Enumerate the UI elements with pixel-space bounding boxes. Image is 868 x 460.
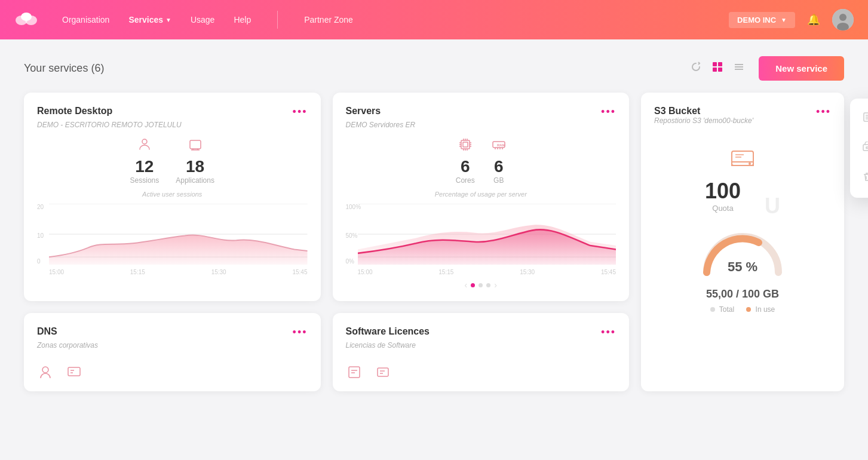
card-menu-button[interactable]: ••• xyxy=(293,326,308,339)
gauge: 55 % xyxy=(695,225,790,278)
x-labels: 15:00 15:15 15:30 15:45 xyxy=(49,269,308,275)
menu-item-delete[interactable]: Delete xyxy=(850,163,868,193)
sessions-count: 12 xyxy=(130,157,160,176)
bell-icon[interactable]: 🔔 xyxy=(807,13,820,26)
nav-usage[interactable]: Usage xyxy=(191,15,214,24)
y-label-mid: 50% xyxy=(346,232,358,239)
card-s3-area: S3 Bucket Repostiorio S3 'demo00-bucke' … xyxy=(641,93,844,391)
y-label-bot: 0 xyxy=(37,258,41,265)
chart-svg xyxy=(358,204,617,265)
svg-rect-8 xyxy=(713,68,717,72)
svg-text:RAM: RAM xyxy=(497,143,505,147)
total-legend-label: Total xyxy=(719,305,734,314)
x-label-4: 15:45 xyxy=(292,269,307,275)
usage-section: U xyxy=(765,194,780,219)
nav-right: DEMO INC ▼ 🔔 xyxy=(729,9,854,30)
quota-section: 100 Quota xyxy=(705,179,741,219)
svg-point-2 xyxy=(21,13,32,21)
card-title: Remote Desktop xyxy=(37,106,112,116)
list-view-button[interactable] xyxy=(731,59,747,78)
page-title: Your services (6) xyxy=(24,62,104,75)
chart-svg xyxy=(49,204,308,265)
card-remote-desktop: Remote Desktop ••• DEMO - ESCRITORIO REM… xyxy=(24,93,321,301)
sessions-icon xyxy=(130,137,160,155)
cores-label: Cores xyxy=(456,176,475,185)
pagination: ‹ › xyxy=(346,280,617,290)
card-header: DNS ••• xyxy=(37,326,308,339)
nav-partner-zone[interactable]: Partner Zone xyxy=(304,15,353,24)
sessions-label: Sessions xyxy=(130,176,160,185)
inuse-legend-label: In use xyxy=(756,305,775,314)
card-stats: 6 Cores RAM 6 G xyxy=(346,137,617,185)
card-subtitle: Licencias de Software xyxy=(346,341,617,349)
company-selector[interactable]: DEMO INC ▼ xyxy=(729,12,795,28)
cards-layout: Remote Desktop ••• DEMO - ESCRITORIO REM… xyxy=(24,93,844,391)
card-servers: Servers ••• DEMO Servidores ER xyxy=(333,93,630,301)
svg-rect-14 xyxy=(190,140,201,149)
legend: Total In use xyxy=(654,305,831,314)
svg-rect-64 xyxy=(378,368,388,376)
quota-number: 100 xyxy=(705,179,741,204)
chevron-down-icon: ▼ xyxy=(781,17,787,23)
refresh-button[interactable] xyxy=(688,59,704,78)
page-dot-1[interactable] xyxy=(471,283,475,287)
x-labels: 15:00 15:15 15:30 15:45 xyxy=(358,269,617,275)
card-menu-button[interactable]: ••• xyxy=(601,106,616,118)
svg-point-57 xyxy=(42,367,48,373)
nav-help[interactable]: Help xyxy=(234,15,251,24)
x-label-1: 15:00 xyxy=(358,269,373,275)
chart-area: 20 10 0 15:00 xyxy=(37,204,308,275)
page-dot-2[interactable] xyxy=(479,283,483,287)
storage-info: 55,00 / 100 GB xyxy=(654,288,831,300)
card-header: Software Licences ••• xyxy=(346,326,617,339)
svg-point-46 xyxy=(749,162,751,165)
card-title: DNS xyxy=(37,326,57,337)
cores-count: 6 xyxy=(456,157,475,176)
card-menu-button[interactable]: ••• xyxy=(293,106,308,118)
card-menu-button[interactable]: ••• xyxy=(816,106,831,118)
details-icon xyxy=(862,112,868,125)
grid-view-button[interactable] xyxy=(710,59,725,78)
card-stats: 12 Sessions 18 Applications xyxy=(37,137,308,185)
quota-label: Quota xyxy=(705,204,741,213)
card-title: S3 Bucket xyxy=(654,106,700,116)
usage-value: U xyxy=(765,194,780,219)
card-header: Remote Desktop ••• xyxy=(37,106,308,118)
nav-organisation[interactable]: Organisation xyxy=(62,15,109,24)
stat-sessions: 12 Sessions xyxy=(130,137,160,185)
prev-page-button[interactable]: ‹ xyxy=(465,280,468,290)
card-menu-button[interactable]: ••• xyxy=(601,326,616,339)
card-header: Servers ••• xyxy=(346,106,617,118)
cpu-icon xyxy=(456,137,475,155)
avatar[interactable] xyxy=(832,9,854,30)
stat-gb: RAM 6 GB xyxy=(492,137,506,185)
x-label-2: 15:15 xyxy=(130,269,145,275)
next-page-button[interactable]: › xyxy=(494,280,497,290)
menu-item-details[interactable]: Details xyxy=(850,103,868,133)
gb-label: GB xyxy=(492,176,506,185)
top-actions: New service xyxy=(688,56,844,81)
delete-icon xyxy=(862,171,868,185)
new-service-button[interactable]: New service xyxy=(759,56,844,81)
software-icon-2 xyxy=(375,364,391,381)
card-subtitle: DEMO - ESCRITORIO REMOTO JOTELULU xyxy=(37,121,308,129)
svg-rect-9 xyxy=(718,68,722,72)
stat-applications: 18 Applications xyxy=(176,137,214,185)
dns-icon-1 xyxy=(37,364,54,381)
y-label-top: 20 xyxy=(37,204,44,210)
svg-rect-6 xyxy=(713,62,717,66)
x-label-3: 15:30 xyxy=(520,269,535,275)
svg-rect-21 xyxy=(461,140,470,149)
svg-rect-61 xyxy=(349,367,360,378)
chevron-down-icon: ▼ xyxy=(165,17,171,23)
card-subtitle: Zonas corporativas xyxy=(37,341,308,349)
nav-services[interactable]: Services ▼ xyxy=(128,15,171,24)
ram-icon: RAM xyxy=(492,137,506,155)
menu-item-usage[interactable]: Usage xyxy=(850,133,868,163)
context-menu: Details Usage xyxy=(850,99,868,198)
logo xyxy=(14,10,38,30)
page-dot-3[interactable] xyxy=(486,283,490,287)
x-label-1: 15:00 xyxy=(49,269,64,275)
chart-description: Active user sessions xyxy=(37,191,308,198)
card-header: S3 Bucket Repostiorio S3 'demo00-bucke' … xyxy=(654,106,831,133)
